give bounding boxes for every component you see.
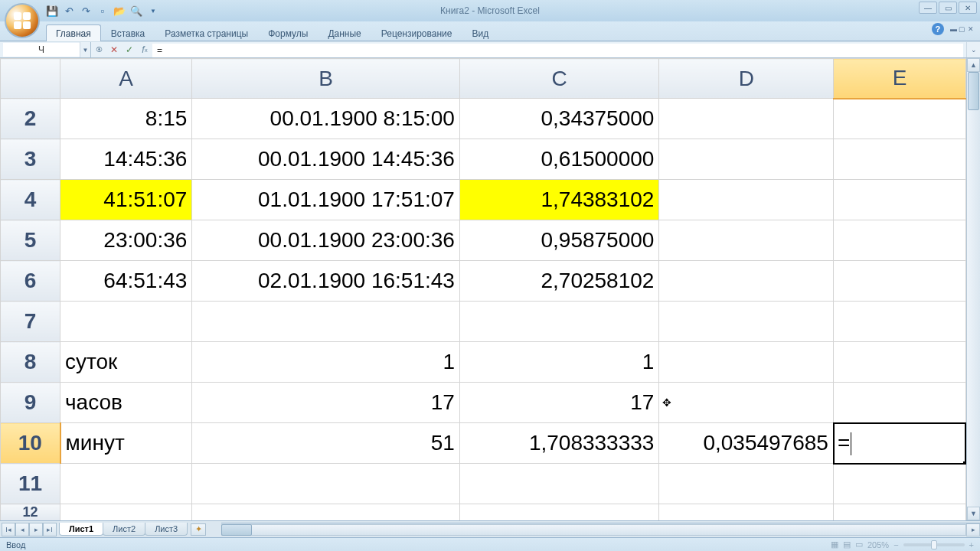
cell-A8[interactable]: суток (60, 342, 192, 383)
cell-C12[interactable] (459, 504, 658, 521)
zoom-percent[interactable]: 205% (867, 540, 889, 549)
ribbon-tab-вид[interactable]: Вид (462, 24, 498, 41)
cell-C2[interactable]: 0,34375000 (459, 99, 658, 139)
sheet-nav-next-icon[interactable]: ▸ (29, 523, 43, 536)
formula-input[interactable] (152, 44, 963, 57)
restore-button[interactable]: ▭ (939, 2, 957, 14)
cell-B7[interactable] (192, 302, 460, 342)
undo-icon[interactable]: ↶ (63, 5, 75, 17)
cell-D10[interactable]: 0,035497685 (659, 423, 834, 464)
row-header-7[interactable]: 7 (1, 302, 60, 342)
cell-A4[interactable]: 41:51:07 (60, 180, 192, 220)
cell-C8[interactable]: 1 (459, 342, 658, 383)
enter-formula-icon[interactable]: ✓ (122, 42, 137, 57)
column-header-B[interactable]: B (192, 59, 460, 99)
sheet-tab-Лист3[interactable]: Лист3 (145, 523, 188, 536)
cancel-formula-icon[interactable]: ✕ (106, 42, 122, 57)
help-icon[interactable]: ? (932, 23, 944, 35)
worksheet-grid[interactable]: ABCDE28:1500.01.1900 8:15:000,3437500031… (0, 58, 980, 521)
cell-B10[interactable]: 51 (192, 423, 460, 464)
cell-C3[interactable]: 0,61500000 (459, 139, 658, 180)
vertical-scrollbar[interactable]: ▲ ▼ (966, 58, 980, 520)
cell-B4[interactable]: 01.01.1900 17:51:07 (192, 180, 460, 220)
cell-A11[interactable] (60, 464, 192, 504)
cell-E2[interactable] (834, 99, 965, 139)
cell-E11[interactable] (834, 464, 965, 504)
new-icon[interactable]: ▫ (96, 5, 109, 17)
range-dropdown-icon[interactable]: ⦿ (91, 42, 106, 57)
row-header-12[interactable]: 12 (1, 504, 60, 521)
save-icon[interactable]: 💾 (46, 5, 58, 17)
row-header-10[interactable]: 10 (1, 423, 60, 464)
row-header-3[interactable]: 3 (1, 139, 60, 180)
cell-B9[interactable]: 17 (192, 383, 460, 423)
cell-B6[interactable]: 02.01.1900 16:51:43 (192, 261, 460, 302)
column-header-C[interactable]: C (459, 59, 658, 99)
column-header-A[interactable]: A (60, 59, 192, 99)
scroll-up-icon[interactable]: ▲ (967, 58, 980, 72)
cell-B8[interactable]: 1 (192, 342, 460, 383)
redo-icon[interactable]: ↷ (80, 5, 92, 17)
cell-C5[interactable]: 0,95875000 (459, 220, 658, 261)
cell-E6[interactable] (834, 261, 965, 302)
cell-D9[interactable] (659, 383, 834, 423)
cell-E9[interactable] (834, 383, 965, 423)
view-layout-icon[interactable]: ▤ (843, 540, 851, 549)
ribbon-tab-разметка страницы[interactable]: Разметка страницы (155, 24, 258, 41)
column-header-D[interactable]: D (659, 59, 834, 99)
view-break-icon[interactable]: ▭ (855, 540, 863, 549)
cell-D3[interactable] (659, 139, 834, 180)
cell-A6[interactable]: 64:51:43 (60, 261, 192, 302)
row-header-11[interactable]: 11 (1, 464, 60, 504)
cell-D8[interactable] (659, 342, 834, 383)
horizontal-scroll-thumb[interactable] (221, 524, 252, 536)
cell-D12[interactable] (659, 504, 834, 521)
cell-E7[interactable] (834, 302, 965, 342)
cell-D2[interactable] (659, 99, 834, 139)
cell-C9[interactable]: 17 (459, 383, 658, 423)
cell-E5[interactable] (834, 220, 965, 261)
cell-B2[interactable]: 00.01.1900 8:15:00 (192, 99, 460, 139)
cell-A12[interactable] (60, 504, 192, 521)
cell-C6[interactable]: 2,70258102 (459, 261, 658, 302)
cell-C4[interactable]: 1,74383102 (459, 180, 658, 220)
sheet-nav-prev-icon[interactable]: ◂ (15, 523, 29, 536)
cell-A3[interactable]: 14:45:36 (60, 139, 192, 180)
qat-dropdown-icon[interactable]: ▼ (147, 5, 159, 17)
cell-A9[interactable]: часов (60, 383, 192, 423)
ribbon-tab-рецензирование[interactable]: Рецензирование (371, 24, 462, 41)
row-header-9[interactable]: 9 (1, 383, 60, 423)
name-box[interactable] (3, 43, 80, 57)
sheet-tab-Лист2[interactable]: Лист2 (103, 523, 145, 536)
namebox-dropdown-icon[interactable]: ▼ (80, 42, 90, 57)
sheet-tab-Лист1[interactable]: Лист1 (59, 523, 103, 536)
cell-D7[interactable] (659, 302, 834, 342)
zoom-slider[interactable] (903, 543, 965, 546)
formula-bar-expand-icon[interactable]: ⌄ (966, 42, 980, 57)
column-header-E[interactable]: E (834, 59, 965, 99)
ribbon-minimize-icon[interactable]: ▬ ▢ ✕ (950, 25, 974, 33)
ribbon-tab-вставка[interactable]: Вставка (101, 24, 155, 41)
view-normal-icon[interactable]: ▦ (831, 540, 838, 549)
select-all-corner[interactable] (1, 59, 60, 99)
cell-E3[interactable] (834, 139, 965, 180)
minimize-button[interactable]: — (919, 2, 937, 14)
zoom-out-icon[interactable]: − (893, 540, 898, 549)
scroll-right-icon[interactable]: ▸ (966, 523, 980, 536)
cell-B12[interactable] (192, 504, 460, 521)
ribbon-tab-главная[interactable]: Главная (46, 24, 101, 41)
cell-B11[interactable] (192, 464, 460, 504)
row-header-2[interactable]: 2 (1, 99, 60, 139)
cell-D5[interactable] (659, 220, 834, 261)
cell-C11[interactable] (459, 464, 658, 504)
office-button[interactable] (5, 3, 40, 38)
row-header-5[interactable]: 5 (1, 220, 60, 261)
sheet-nav-first-icon[interactable]: I◂ (2, 523, 15, 536)
cell-B5[interactable]: 00.01.1900 23:00:36 (192, 220, 460, 261)
horizontal-scroll-track[interactable] (221, 524, 966, 536)
row-header-4[interactable]: 4 (1, 180, 60, 220)
cell-C7[interactable] (459, 302, 658, 342)
ribbon-tab-данные[interactable]: Данные (318, 24, 371, 41)
cell-D6[interactable] (659, 261, 834, 302)
new-sheet-button[interactable]: ✦ (191, 523, 206, 536)
